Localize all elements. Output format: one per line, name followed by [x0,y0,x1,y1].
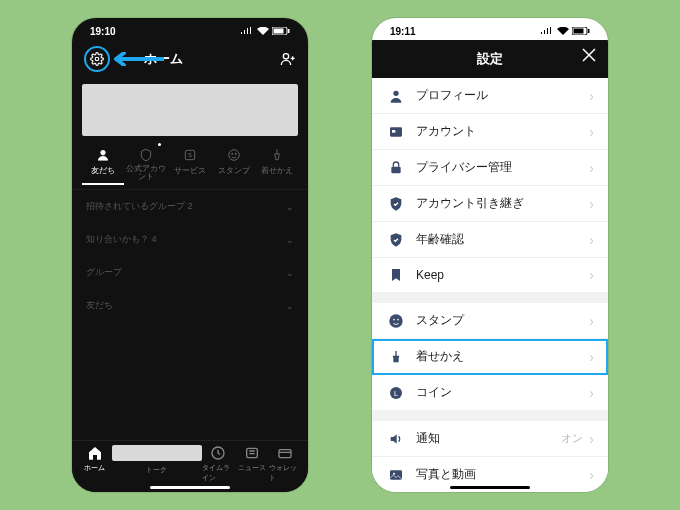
svg-rect-13 [279,450,291,458]
chevron-down-icon: ⌄ [286,301,294,311]
shield-icon [388,232,404,248]
tab-themes[interactable]: 着せかえ [256,144,298,185]
group-label: 招待されているグループ 2 [86,200,193,213]
svg-point-8 [228,150,239,161]
svg-text:S: S [188,152,192,158]
nav-label: トーク [146,465,167,475]
settings-header: 設定 [372,40,608,78]
chevron-right-icon: › [589,267,594,283]
settings-item-bookmark[interactable]: Keep› [372,258,608,293]
coin-icon: L [388,385,404,401]
page-title: ホーム [144,50,280,68]
settings-item-shield[interactable]: 年齢確認› [372,222,608,258]
settings-item-brush[interactable]: 着せかえ› [372,339,608,375]
nav-news[interactable]: ニュース [235,445,269,492]
chevron-right-icon: › [589,232,594,248]
svg-rect-18 [390,127,402,136]
svg-point-9 [231,153,232,154]
nav-label: ニュース [238,463,266,473]
nav-talk[interactable]: トーク [112,445,202,492]
settings-item-label: アカウント引き継ぎ [416,195,589,212]
chevron-right-icon: › [589,160,594,176]
svg-point-27 [393,472,395,474]
group-row[interactable]: 知り合いかも？ 4⌄ [72,223,308,256]
settings-item-label: Keep [416,268,589,282]
lock-icon [388,160,404,176]
nav-wallet[interactable]: ウォレット [269,445,303,492]
status-bar: 19:10 [72,18,308,40]
svg-point-5 [100,150,105,155]
settings-item-card[interactable]: アカウント› [372,114,608,150]
settings-item-coin[interactable]: Lコイン› [372,375,608,411]
svg-text:L: L [394,388,398,397]
settings-item-speaker[interactable]: 通知オン› [372,421,608,457]
svg-rect-19 [392,130,395,133]
tab-label: スタンプ [218,165,250,176]
settings-item-person[interactable]: プロフィール› [372,78,608,114]
status-time: 19:11 [390,26,416,37]
bottom-nav: ホーム トーク タイムライン ニュース ウォレット [72,440,308,492]
person-icon [388,88,404,104]
group-row[interactable]: 招待されているグループ 2⌄ [72,190,308,223]
tab-services[interactable]: S サービス [169,144,211,185]
group-row[interactable]: グループ⌄ [72,256,308,289]
svg-rect-15 [574,29,584,34]
tab-official[interactable]: 公式アカウント [126,144,168,185]
image-icon [388,467,404,483]
settings-item-shield[interactable]: アカウント引き継ぎ› [372,186,608,222]
svg-rect-2 [288,29,290,33]
nav-timeline[interactable]: タイムライン [202,445,236,492]
svg-point-3 [95,57,99,61]
tab-label: 友だち [91,165,115,176]
chevron-right-icon: › [589,88,594,104]
chevron-down-icon: ⌄ [286,202,294,212]
chevron-right-icon: › [589,349,594,365]
group-label: 知り合いかも？ 4 [86,233,157,246]
tab-label: 着せかえ [261,165,293,176]
add-friend-icon[interactable] [280,51,296,67]
settings-item-label: プロフィール [416,87,589,104]
home-indicator [450,486,530,489]
nav-label: ホーム [84,463,105,473]
settings-item-value: オン [561,431,583,446]
close-button[interactable] [582,48,596,66]
settings-button[interactable] [84,46,110,72]
settings-item-lock[interactable]: プライバシー管理› [372,150,608,186]
tab-stickers[interactable]: スタンプ [213,144,255,185]
svg-point-22 [393,318,395,320]
profile-banner[interactable] [82,84,298,136]
close-icon [582,48,596,62]
status-time: 19:10 [90,26,116,37]
chevron-right-icon: › [589,467,594,483]
settings-item-label: 年齢確認 [416,231,589,248]
settings-item-label: 着せかえ [416,348,589,365]
nav-home[interactable]: ホーム [78,445,112,492]
settings-item-label: アカウント [416,123,589,140]
status-indicators [540,27,590,35]
nav-label: ウォレット [269,463,303,483]
home-indicator [150,486,230,489]
gear-icon [90,52,104,66]
bookmark-icon [388,267,404,283]
settings-item-smile[interactable]: スタンプ› [372,303,608,339]
smile-icon [388,313,404,329]
group-row[interactable]: 友だち⌄ [72,289,308,322]
chevron-right-icon: › [589,385,594,401]
tab-friends[interactable]: 友だち [82,144,124,185]
card-icon [388,124,404,140]
settings-title: 設定 [477,50,503,68]
chevron-down-icon: ⌄ [286,235,294,245]
svg-point-23 [397,318,399,320]
category-tabs: 友だち 公式アカウント S サービス スタンプ 着せかえ [72,144,308,189]
tab-label: サービス [174,165,206,176]
svg-point-21 [389,314,402,327]
phone-home-screen: 19:10 ホーム 友だち 公式アカウント S サービス ス [72,18,308,492]
settings-item-label: プライバシー管理 [416,159,589,176]
app-header: ホーム [72,40,308,80]
svg-point-17 [393,90,398,95]
brush-icon [388,349,404,365]
chevron-right-icon: › [589,196,594,212]
chevron-down-icon: ⌄ [286,268,294,278]
settings-list[interactable]: プロフィール›アカウント›プライバシー管理›アカウント引き継ぎ›年齢確認›Kee… [372,78,608,492]
settings-item-label: 写真と動画 [416,466,589,483]
